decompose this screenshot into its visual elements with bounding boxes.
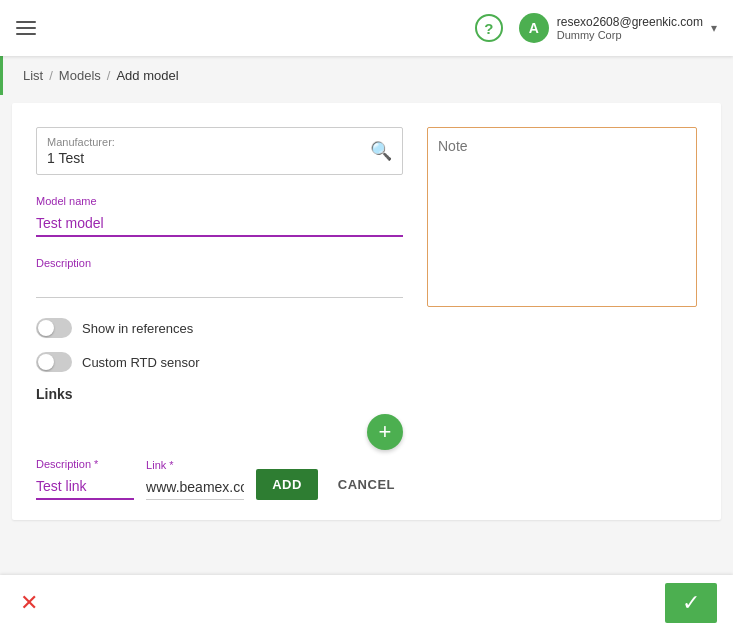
user-menu[interactable]: A resexo2608@greenkic.com Dummy Corp ▾ xyxy=(519,13,717,43)
show-in-references-row: Show in references xyxy=(36,318,403,338)
description-group: Description xyxy=(36,257,403,298)
show-in-references-label: Show in references xyxy=(82,321,193,336)
link-description-label: Description * xyxy=(36,458,134,470)
model-name-group: Model name xyxy=(36,195,403,237)
bottom-bar: ✕ ✓ xyxy=(0,575,733,631)
custom-rtd-row: Custom RTD sensor xyxy=(36,352,403,372)
custom-rtd-label: Custom RTD sensor xyxy=(82,355,200,370)
manufacturer-label: Manufacturer: xyxy=(47,136,115,148)
custom-rtd-toggle[interactable] xyxy=(36,352,72,372)
description-input[interactable] xyxy=(36,273,403,298)
form-left: Manufacturer: 1 Test 🔍 Model name Descri… xyxy=(36,127,403,500)
description-label: Description xyxy=(36,257,403,269)
breadcrumb: List / Models / Add model xyxy=(0,56,733,95)
add-link-button[interactable]: + xyxy=(367,414,403,450)
user-email: resexo2608@greenkic.com xyxy=(557,15,703,29)
breadcrumb-list[interactable]: List xyxy=(23,68,43,83)
manufacturer-field[interactable]: Manufacturer: 1 Test 🔍 xyxy=(36,127,403,175)
note-textarea[interactable] xyxy=(427,127,697,307)
delete-icon: ✕ xyxy=(20,590,38,616)
link-url-group: Link * xyxy=(146,459,244,500)
chevron-down-icon: ▾ xyxy=(711,21,717,35)
show-in-references-toggle[interactable] xyxy=(36,318,72,338)
manufacturer-search-icon[interactable]: 🔍 xyxy=(370,140,392,162)
breadcrumb-current: Add model xyxy=(116,68,178,83)
main-card: Manufacturer: 1 Test 🔍 Model name Descri… xyxy=(12,103,721,520)
link-url-label: Link * xyxy=(146,459,244,471)
breadcrumb-sep-1: / xyxy=(49,68,53,83)
breadcrumb-sep-2: / xyxy=(107,68,111,83)
cancel-button[interactable]: CANCEL xyxy=(330,469,403,500)
save-icon: ✓ xyxy=(682,590,700,616)
form-right xyxy=(427,127,697,500)
plus-icon: + xyxy=(379,419,392,445)
form-layout: Manufacturer: 1 Test 🔍 Model name Descri… xyxy=(36,127,697,500)
header: ? A resexo2608@greenkic.com Dummy Corp ▾ xyxy=(0,0,733,56)
delete-button[interactable]: ✕ xyxy=(16,586,42,620)
breadcrumb-models[interactable]: Models xyxy=(59,68,101,83)
save-button[interactable]: ✓ xyxy=(665,583,717,623)
model-name-label: Model name xyxy=(36,195,403,207)
manufacturer-value: 1 Test xyxy=(47,150,115,166)
avatar: A xyxy=(519,13,549,43)
link-url-input[interactable] xyxy=(146,475,244,500)
links-heading: Links xyxy=(36,386,403,402)
hamburger-menu-icon[interactable] xyxy=(16,21,36,35)
model-name-input[interactable] xyxy=(36,211,403,237)
link-description-group: Description * xyxy=(36,458,134,500)
user-company: Dummy Corp xyxy=(557,29,703,41)
help-icon[interactable]: ? xyxy=(475,14,503,42)
add-button[interactable]: ADD xyxy=(256,469,318,500)
link-description-input[interactable] xyxy=(36,474,134,500)
links-form-row: Description * Link * ADD CANCEL xyxy=(36,458,403,500)
